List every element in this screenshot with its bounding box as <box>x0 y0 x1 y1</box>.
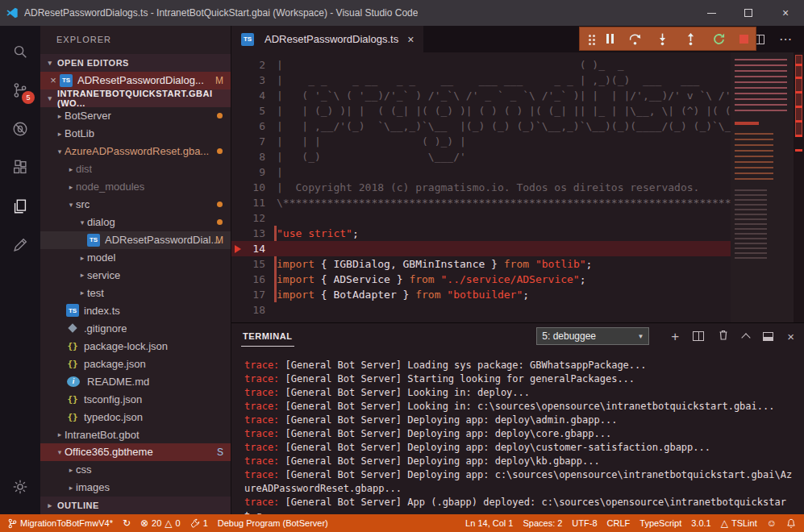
maximize-button[interactable] <box>730 0 767 26</box>
indent-label: Spaces: 2 <box>523 518 562 528</box>
tree-item-images[interactable]: ▸images <box>40 479 231 497</box>
tree-item-package-json[interactable]: {}package.json <box>40 355 231 372</box>
stop-button[interactable] <box>739 35 748 44</box>
open-editor-item[interactable]: × TS ADResetPasswordDialog... M <box>40 72 231 89</box>
step-out-button[interactable] <box>684 32 698 46</box>
tree-item-gitignore[interactable]: .gitignore <box>40 319 231 337</box>
glyph-margin[interactable] <box>231 272 244 287</box>
code-editor[interactable]: 2| ( )_ _ | 3| _ _ _ __ _ _ __ ___ ___ _… <box>231 52 804 322</box>
language-mode-item[interactable]: TypeScript <box>635 514 686 532</box>
tree-item-office365-gbtheme[interactable]: ▾Office365.gbthemeS <box>40 443 231 461</box>
glyph-margin[interactable] <box>231 57 244 73</box>
git-branch-item[interactable]: MigrationToBotFmwV4* <box>3 514 118 532</box>
glyph-margin[interactable] <box>231 180 244 195</box>
kill-terminal-icon[interactable] <box>718 329 729 344</box>
code-area[interactable]: 2| ( )_ _ | 3| _ _ _ __ _ _ __ ___ ___ _… <box>231 52 731 322</box>
debug-status-item[interactable]: Debug Program (BotServer) <box>213 514 333 532</box>
glyph-margin[interactable] <box>231 241 244 256</box>
pause-button[interactable] <box>606 34 614 44</box>
tree-item-css[interactable]: ▸css <box>40 461 231 479</box>
close-panel-icon[interactable]: × <box>787 330 794 343</box>
toggle-panel-icon[interactable] <box>763 332 773 341</box>
tslint-item[interactable]: △TSLint <box>716 514 762 532</box>
close-button[interactable]: × <box>767 0 804 26</box>
tree-item-package-lock[interactable]: {}package-lock.json <box>40 337 231 355</box>
step-over-button[interactable] <box>628 32 642 46</box>
cursor-position-item[interactable]: Ln 14, Col 1 <box>460 514 518 532</box>
sync-button[interactable]: ↻ <box>118 514 135 532</box>
tab-adresetpassworddialogs[interactable]: TS ADResetPasswordDialogs.ts × <box>231 26 423 52</box>
chevron-right-icon: ▸ <box>66 165 76 173</box>
feedback-smiley-item[interactable]: ☺ <box>762 514 781 532</box>
tree-item-adresetpassworddialog[interactable]: TSADResetPasswordDial...M <box>40 231 231 249</box>
line-number: 11 <box>244 195 277 210</box>
more-actions-icon[interactable]: ⋯ <box>779 31 793 47</box>
drag-handle-icon[interactable] <box>589 35 591 37</box>
tree-item-intranetbot-gbot[interactable]: ▸IntranetBot.gbot <box>40 426 231 443</box>
glyph-margin[interactable] <box>231 302 244 318</box>
ts-version-item[interactable]: 3.0.1 <box>686 514 715 532</box>
split-terminal-icon[interactable] <box>693 331 704 341</box>
debug-icon[interactable] <box>0 110 40 148</box>
tree-item-index-ts[interactable]: TSindex.ts <box>40 301 231 319</box>
code-line: 5| | (_) )| | ( (_| |( (_) )| ( ) ( ) |(… <box>231 103 731 118</box>
vscode-logo-icon <box>0 6 24 19</box>
tree-item-botlib[interactable]: ▸BotLib <box>40 125 231 143</box>
minimize-button[interactable] <box>693 0 730 26</box>
tree-item-dist[interactable]: ▸dist <box>40 160 231 178</box>
workspace-header[interactable]: ▾ INTRANETBOTQUICKSTART.GBAI (WO... <box>40 89 231 107</box>
indentation-item[interactable]: Spaces: 2 <box>518 514 567 532</box>
tree-item-readme[interactable]: iREADME.md <box>40 372 231 390</box>
step-into-button[interactable] <box>656 32 669 46</box>
extensions-icon[interactable] <box>0 148 40 187</box>
terminal-instance-select[interactable]: 5: debuggee ▼ <box>536 327 649 345</box>
notifications-item[interactable] <box>781 514 801 532</box>
glyph-margin[interactable] <box>231 164 244 180</box>
code-line: 8| (_) \___/' | <box>231 149 731 164</box>
tree-item-typedoc[interactable]: {}typedoc.json <box>40 408 231 426</box>
editor-scrollbar[interactable] <box>794 52 804 322</box>
glyph-margin[interactable] <box>231 134 244 149</box>
tree-item-tsconfig[interactable]: {}tsconfig.json <box>40 390 231 408</box>
tree-item-model[interactable]: ▸model <box>40 249 231 267</box>
glyph-margin[interactable] <box>231 256 244 272</box>
eol-item[interactable]: CRLF <box>602 514 635 532</box>
glyph-margin[interactable] <box>231 88 244 103</box>
settings-gear-icon[interactable] <box>0 468 40 506</box>
tree-item-botserver[interactable]: ▸BotServer <box>40 107 231 125</box>
encoding-item[interactable]: UTF-8 <box>567 514 602 532</box>
glyph-margin[interactable] <box>231 195 244 210</box>
tree-item-src[interactable]: ▾src <box>40 196 231 214</box>
terminal-output[interactable]: trace: [General Bot Server] Loading sys … <box>231 349 804 514</box>
restart-button[interactable] <box>712 32 726 46</box>
source-control-icon[interactable]: 5 <box>0 71 40 110</box>
glyph-margin[interactable] <box>231 210 244 226</box>
glyph-margin[interactable] <box>231 103 244 118</box>
close-icon[interactable]: × <box>407 33 414 46</box>
smiley-icon: ☺ <box>767 518 777 528</box>
chevron-right-icon: ▸ <box>45 501 55 509</box>
close-icon[interactable]: × <box>47 74 60 86</box>
open-editors-header[interactable]: ▾ OPEN EDITORS <box>40 54 231 72</box>
problems-item[interactable]: ⊗ 20 △ 0 <box>135 514 185 532</box>
glyph-margin[interactable] <box>231 226 244 241</box>
scrollbar-thumb[interactable] <box>795 55 802 137</box>
outline-header[interactable]: ▸ OUTLINE <box>40 497 231 514</box>
running-tasks-item[interactable]: 1 <box>185 514 213 532</box>
new-terminal-icon[interactable]: + <box>671 330 679 343</box>
maximize-panel-icon[interactable] <box>742 333 751 342</box>
tree-item-test[interactable]: ▸test <box>40 284 231 301</box>
tree-item-azureadpasswordreset[interactable]: ▾AzureADPasswordReset.gba... <box>40 143 231 160</box>
tree-item-service[interactable]: ▸service <box>40 266 231 284</box>
explorer-icon[interactable] <box>0 187 40 226</box>
search-icon[interactable] <box>0 32 40 71</box>
tree-item-dialog[interactable]: ▾dialog <box>40 214 231 231</box>
minimap[interactable] <box>731 52 794 322</box>
glyph-margin[interactable] <box>231 149 244 164</box>
edit-icon[interactable] <box>0 226 40 264</box>
glyph-margin[interactable] <box>231 287 244 302</box>
glyph-margin[interactable] <box>231 118 244 134</box>
tree-item-node-modules[interactable]: ▸node_modules <box>40 178 231 196</box>
glyph-margin[interactable] <box>231 73 244 88</box>
tab-terminal[interactable]: TERMINAL <box>241 326 294 347</box>
